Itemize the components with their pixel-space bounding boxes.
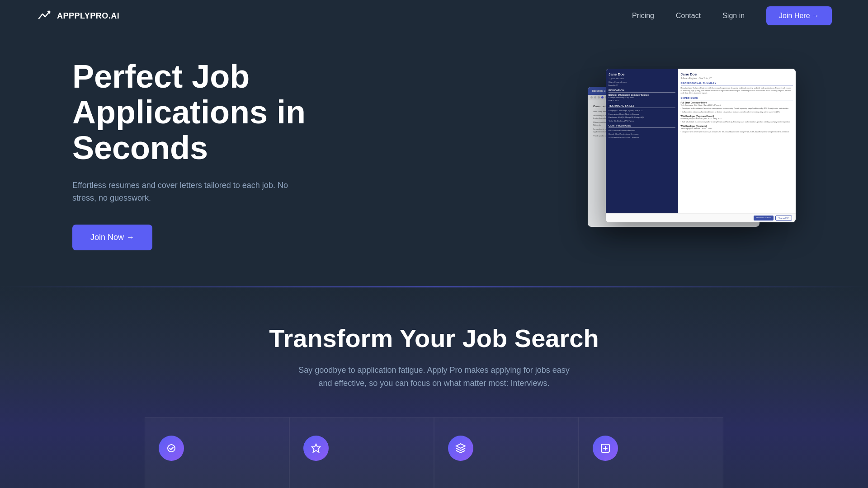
- resume-contact: 📞 (555) 867-5309: [609, 77, 675, 80]
- nav-signin[interactable]: Sign in: [722, 12, 745, 20]
- cert-2: Google Cloud Professional Developer: [609, 133, 675, 136]
- feature-card-1: [145, 417, 289, 488]
- resume-linkedin: LinkedIn: ⓘ: [609, 84, 675, 87]
- summary-text: Results-driven Software Engineer with 5+…: [681, 87, 793, 94]
- feature-card-4: [579, 417, 723, 488]
- skills-languages: Languages: JavaScript, Python, Java, C++: [609, 109, 675, 112]
- exp-desc-4: • Designed and developed responsive webs…: [681, 131, 793, 133]
- resume-left-col: Jane Doe 📞 (555) 867-5309 ✉ jane@example…: [606, 69, 678, 213]
- skills-tools: Tools: Git, Docker, AWS, Figma: [609, 120, 675, 122]
- download-pdf-btn[interactable]: Download as PDF: [754, 216, 774, 221]
- exp-desc-1: • Developed and maintained a content man…: [681, 107, 793, 110]
- skills-frameworks: Frameworks: React, Node.js, Express: [609, 113, 675, 116]
- feature-icon-2: [303, 436, 329, 461]
- transform-subtitle: Say goodbye to application fatigue. Appl…: [298, 364, 570, 390]
- logo[interactable]: APPPLYPRO.AI: [36, 8, 119, 24]
- hero-content: Perfect Job Applications in Seconds Effo…: [72, 59, 344, 250]
- skills-db: Databases: MySQL, MongoDB, PostgreSQL: [609, 116, 675, 119]
- resume-name: Jane Doe: [609, 72, 675, 76]
- cert-1: AWS Certified Solutions Architect: [609, 129, 675, 132]
- resume-email: ✉ jane@example.com: [609, 81, 675, 84]
- education-section-title: EDUCATION: [609, 89, 675, 93]
- edu-school: Example University · City, State: [609, 96, 675, 99]
- view-pdf-btn[interactable]: View as PDF: [775, 216, 792, 221]
- exp-section-title: EXPERIENCE: [681, 97, 793, 100]
- nav-pricing[interactable]: Pricing: [632, 12, 654, 20]
- resume-right-col: Jane Doe Software Engineer · New York, N…: [678, 69, 796, 213]
- transform-section: Transform Your Job Search Say goodbye to…: [0, 287, 868, 488]
- nav-contact[interactable]: Contact: [676, 12, 701, 20]
- hero-cta-button[interactable]: Join Now →: [72, 225, 152, 250]
- resume-contact-right: Software Engineer · New York, NY: [681, 77, 793, 80]
- exp-company-1: Tech Company · City, State | June 2022 –…: [681, 104, 793, 107]
- feature-card-2: [289, 417, 434, 488]
- resume-name-right: Jane Doe: [681, 72, 793, 76]
- exp-company-2: University Project · Remote | Jan 2022 –…: [681, 117, 793, 120]
- exp-desc-3: • Built a full-stack e-commerce platform…: [681, 121, 793, 123]
- feature-card-3: [434, 417, 579, 488]
- cert-3: Scrum Master Professional Certificate: [609, 136, 675, 139]
- hero-title: Perfect Job Applications in Seconds: [72, 59, 344, 166]
- hero-subtitle: Effortless resumes and cover letters tai…: [72, 179, 289, 205]
- exp-company-3: Self-Employed · Remote | 2020 – 2021: [681, 127, 793, 130]
- resume-footer: Download as PDF View as PDF: [606, 213, 796, 222]
- navigation: APPPLYPRO.AI Pricing Contact Sign in Joi…: [0, 0, 868, 32]
- edu-gpa: GPA: 3.8/4.0: [609, 99, 675, 102]
- cert-section-title: CERTIFICATIONS: [609, 124, 675, 128]
- hero-section: Perfect Job Applications in Seconds Effo…: [0, 32, 868, 286]
- transform-title: Transform Your Job Search: [72, 324, 796, 353]
- logo-text: APPPLYPRO.AI: [57, 11, 119, 21]
- feature-icon-4: [593, 436, 618, 461]
- nav-links: Pricing Contact Sign in Join Here →: [632, 6, 832, 25]
- svg-point-1: [168, 445, 175, 452]
- svg-marker-2: [312, 444, 320, 452]
- feature-icon-1: [159, 436, 184, 461]
- exp-desc-2: • Collaborated with cross-functional tea…: [681, 111, 793, 113]
- feature-cards: [72, 417, 796, 488]
- resume-preview: Document Cover Letter & Resume Cover Let…: [588, 69, 796, 240]
- nav-join-button[interactable]: Join Here →: [766, 6, 832, 25]
- resume-main-preview: Jane Doe 📞 (555) 867-5309 ✉ jane@example…: [606, 69, 796, 222]
- feature-icon-3: [448, 436, 473, 461]
- summary-section-title: PROFESSIONAL SUMMARY: [681, 82, 793, 85]
- skills-section-title: TECHNICAL SKILLS: [609, 104, 675, 108]
